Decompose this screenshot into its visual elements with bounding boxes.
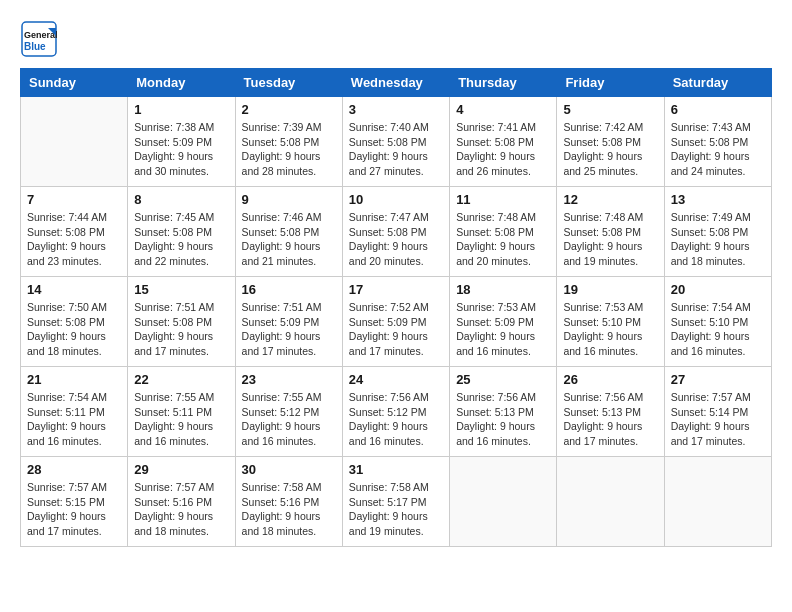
day-number: 28 [27,462,121,477]
calendar-cell: 7Sunrise: 7:44 AMSunset: 5:08 PMDaylight… [21,187,128,277]
calendar-cell: 22Sunrise: 7:55 AMSunset: 5:11 PMDayligh… [128,367,235,457]
calendar-cell: 30Sunrise: 7:58 AMSunset: 5:16 PMDayligh… [235,457,342,547]
calendar-cell: 26Sunrise: 7:56 AMSunset: 5:13 PMDayligh… [557,367,664,457]
day-info: Sunrise: 7:49 AMSunset: 5:08 PMDaylight:… [671,210,765,269]
weekday-header-saturday: Saturday [664,69,771,97]
calendar-cell [21,97,128,187]
calendar-cell: 2Sunrise: 7:39 AMSunset: 5:08 PMDaylight… [235,97,342,187]
day-number: 9 [242,192,336,207]
calendar-cell: 10Sunrise: 7:47 AMSunset: 5:08 PMDayligh… [342,187,449,277]
calendar-week-3: 14Sunrise: 7:50 AMSunset: 5:08 PMDayligh… [21,277,772,367]
calendar-cell [450,457,557,547]
day-info: Sunrise: 7:50 AMSunset: 5:08 PMDaylight:… [27,300,121,359]
day-info: Sunrise: 7:55 AMSunset: 5:12 PMDaylight:… [242,390,336,449]
calendar-week-1: 1Sunrise: 7:38 AMSunset: 5:09 PMDaylight… [21,97,772,187]
day-number: 20 [671,282,765,297]
weekday-header-wednesday: Wednesday [342,69,449,97]
calendar-cell: 8Sunrise: 7:45 AMSunset: 5:08 PMDaylight… [128,187,235,277]
day-info: Sunrise: 7:44 AMSunset: 5:08 PMDaylight:… [27,210,121,269]
day-number: 16 [242,282,336,297]
calendar-cell: 24Sunrise: 7:56 AMSunset: 5:12 PMDayligh… [342,367,449,457]
calendar-cell: 18Sunrise: 7:53 AMSunset: 5:09 PMDayligh… [450,277,557,367]
day-info: Sunrise: 7:53 AMSunset: 5:10 PMDaylight:… [563,300,657,359]
calendar-cell: 20Sunrise: 7:54 AMSunset: 5:10 PMDayligh… [664,277,771,367]
day-number: 25 [456,372,550,387]
calendar-cell: 23Sunrise: 7:55 AMSunset: 5:12 PMDayligh… [235,367,342,457]
day-info: Sunrise: 7:45 AMSunset: 5:08 PMDaylight:… [134,210,228,269]
calendar-cell: 16Sunrise: 7:51 AMSunset: 5:09 PMDayligh… [235,277,342,367]
day-number: 10 [349,192,443,207]
day-info: Sunrise: 7:57 AMSunset: 5:14 PMDaylight:… [671,390,765,449]
logo: General Blue [20,20,58,58]
weekday-header-monday: Monday [128,69,235,97]
day-number: 1 [134,102,228,117]
day-number: 23 [242,372,336,387]
calendar-cell: 6Sunrise: 7:43 AMSunset: 5:08 PMDaylight… [664,97,771,187]
day-number: 11 [456,192,550,207]
day-info: Sunrise: 7:55 AMSunset: 5:11 PMDaylight:… [134,390,228,449]
day-info: Sunrise: 7:39 AMSunset: 5:08 PMDaylight:… [242,120,336,179]
day-info: Sunrise: 7:42 AMSunset: 5:08 PMDaylight:… [563,120,657,179]
weekday-header-tuesday: Tuesday [235,69,342,97]
day-info: Sunrise: 7:56 AMSunset: 5:12 PMDaylight:… [349,390,443,449]
weekday-header-thursday: Thursday [450,69,557,97]
calendar-header-row: SundayMondayTuesdayWednesdayThursdayFrid… [21,69,772,97]
day-number: 14 [27,282,121,297]
day-number: 5 [563,102,657,117]
day-number: 22 [134,372,228,387]
calendar-cell: 4Sunrise: 7:41 AMSunset: 5:08 PMDaylight… [450,97,557,187]
day-number: 26 [563,372,657,387]
day-number: 30 [242,462,336,477]
svg-text:Blue: Blue [24,41,46,52]
calendar-cell: 5Sunrise: 7:42 AMSunset: 5:08 PMDaylight… [557,97,664,187]
calendar-cell: 14Sunrise: 7:50 AMSunset: 5:08 PMDayligh… [21,277,128,367]
day-info: Sunrise: 7:54 AMSunset: 5:11 PMDaylight:… [27,390,121,449]
calendar-cell: 29Sunrise: 7:57 AMSunset: 5:16 PMDayligh… [128,457,235,547]
day-info: Sunrise: 7:57 AMSunset: 5:15 PMDaylight:… [27,480,121,539]
day-info: Sunrise: 7:58 AMSunset: 5:16 PMDaylight:… [242,480,336,539]
day-number: 6 [671,102,765,117]
day-number: 3 [349,102,443,117]
day-info: Sunrise: 7:47 AMSunset: 5:08 PMDaylight:… [349,210,443,269]
calendar-cell: 12Sunrise: 7:48 AMSunset: 5:08 PMDayligh… [557,187,664,277]
day-number: 24 [349,372,443,387]
day-info: Sunrise: 7:53 AMSunset: 5:09 PMDaylight:… [456,300,550,359]
day-info: Sunrise: 7:57 AMSunset: 5:16 PMDaylight:… [134,480,228,539]
day-number: 21 [27,372,121,387]
day-info: Sunrise: 7:48 AMSunset: 5:08 PMDaylight:… [456,210,550,269]
calendar-cell: 28Sunrise: 7:57 AMSunset: 5:15 PMDayligh… [21,457,128,547]
calendar-cell: 3Sunrise: 7:40 AMSunset: 5:08 PMDaylight… [342,97,449,187]
calendar-cell: 19Sunrise: 7:53 AMSunset: 5:10 PMDayligh… [557,277,664,367]
calendar-cell: 13Sunrise: 7:49 AMSunset: 5:08 PMDayligh… [664,187,771,277]
day-number: 27 [671,372,765,387]
calendar-cell [664,457,771,547]
day-info: Sunrise: 7:38 AMSunset: 5:09 PMDaylight:… [134,120,228,179]
calendar-cell: 31Sunrise: 7:58 AMSunset: 5:17 PMDayligh… [342,457,449,547]
calendar-week-5: 28Sunrise: 7:57 AMSunset: 5:15 PMDayligh… [21,457,772,547]
day-info: Sunrise: 7:56 AMSunset: 5:13 PMDaylight:… [563,390,657,449]
calendar-week-4: 21Sunrise: 7:54 AMSunset: 5:11 PMDayligh… [21,367,772,457]
day-info: Sunrise: 7:51 AMSunset: 5:09 PMDaylight:… [242,300,336,359]
calendar-cell: 21Sunrise: 7:54 AMSunset: 5:11 PMDayligh… [21,367,128,457]
day-number: 8 [134,192,228,207]
calendar-cell: 9Sunrise: 7:46 AMSunset: 5:08 PMDaylight… [235,187,342,277]
logo-icon: General Blue [20,20,58,58]
page-header: General Blue [20,20,772,58]
calendar-cell: 17Sunrise: 7:52 AMSunset: 5:09 PMDayligh… [342,277,449,367]
day-number: 4 [456,102,550,117]
calendar-cell [557,457,664,547]
day-number: 2 [242,102,336,117]
day-number: 19 [563,282,657,297]
day-number: 17 [349,282,443,297]
day-info: Sunrise: 7:40 AMSunset: 5:08 PMDaylight:… [349,120,443,179]
day-number: 12 [563,192,657,207]
calendar-cell: 15Sunrise: 7:51 AMSunset: 5:08 PMDayligh… [128,277,235,367]
day-info: Sunrise: 7:58 AMSunset: 5:17 PMDaylight:… [349,480,443,539]
weekday-header-sunday: Sunday [21,69,128,97]
day-number: 15 [134,282,228,297]
calendar-cell: 11Sunrise: 7:48 AMSunset: 5:08 PMDayligh… [450,187,557,277]
day-info: Sunrise: 7:52 AMSunset: 5:09 PMDaylight:… [349,300,443,359]
day-info: Sunrise: 7:54 AMSunset: 5:10 PMDaylight:… [671,300,765,359]
day-number: 31 [349,462,443,477]
calendar-table: SundayMondayTuesdayWednesdayThursdayFrid… [20,68,772,547]
